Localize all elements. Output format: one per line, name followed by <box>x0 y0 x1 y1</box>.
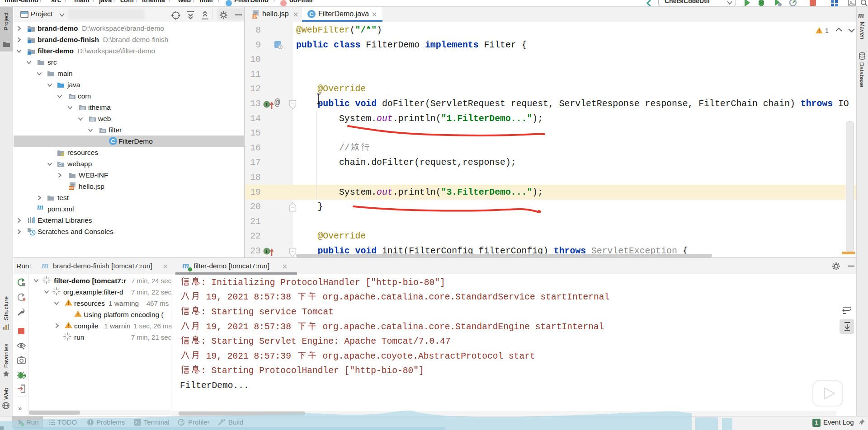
svg-text:!: ! <box>68 300 70 306</box>
svg-text:JSP: JSP <box>68 186 75 190</box>
svg-text:!: ! <box>68 323 70 328</box>
svg-text:C: C <box>309 11 314 18</box>
svg-text:1: 1 <box>825 27 829 34</box>
svg-text:9: 9 <box>23 297 26 302</box>
svg-text:C: C <box>111 138 115 145</box>
svg-text:I: I <box>266 248 268 254</box>
svg-text:!: ! <box>818 29 820 34</box>
svg-text:JSP: JSP <box>251 14 258 19</box>
svg-text:I: I <box>266 102 268 107</box>
svg-text:!: ! <box>77 312 79 317</box>
